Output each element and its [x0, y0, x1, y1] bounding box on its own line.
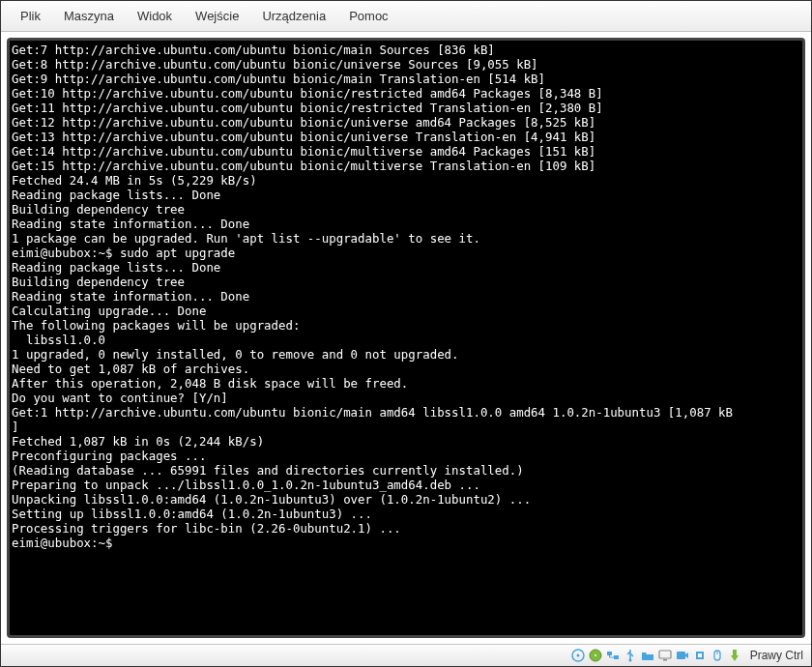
terminal-line: Get:7 http://archive.ubuntu.com/ubuntu b… [12, 43, 800, 57]
menu-file[interactable]: Plik [9, 5, 52, 27]
terminal-line: 1 package can be upgraded. Run 'apt list… [12, 231, 800, 246]
terminal-line: Reading package lists... Done [12, 260, 800, 275]
terminal-line: Get:9 http://archive.ubuntu.com/ubuntu b… [12, 72, 800, 86]
terminal-line: Reading state information... Done [12, 217, 800, 231]
terminal-line: Setting up libssl1.0.0:amd64 (1.0.2n-1ub… [12, 507, 800, 521]
vm-window: Plik Maszyna Widok Wejście Urządzenia Po… [0, 0, 812, 667]
shared-folder-icon[interactable] [640, 648, 655, 663]
svg-rect-11 [698, 653, 702, 657]
keyboard-icon[interactable] [727, 648, 742, 663]
terminal-line: Fetched 1,087 kB in 0s (2,244 kB/s) [12, 434, 800, 449]
terminal-line: 1 upgraded, 0 newly installed, 0 to remo… [12, 347, 800, 362]
terminal-line: Do you want to continue? [Y/n] [12, 391, 800, 405]
terminal-line: Reading package lists... Done [12, 188, 800, 202]
optical-disc-icon[interactable] [570, 648, 586, 663]
menu-input[interactable]: Wejście [184, 5, 250, 27]
terminal-line: libssl1.0.0 [12, 333, 800, 347]
terminal-line: Get:8 http://archive.ubuntu.com/ubuntu b… [12, 57, 800, 72]
hard-disk-icon[interactable] [588, 648, 603, 663]
terminal-line: Get:13 http://archive.ubuntu.com/ubuntu … [12, 130, 800, 144]
terminal-line: Building dependency tree [12, 275, 800, 289]
network-icon[interactable] [605, 648, 621, 663]
terminal-line: Get:1 http://archive.ubuntu.com/ubuntu b… [12, 405, 800, 420]
terminal-line: Fetched 24.4 MB in 5s (5,229 kB/s) [12, 173, 800, 188]
terminal-line: Preparing to unpack .../libssl1.0.0_1.0.… [12, 478, 800, 492]
terminal-line: Get:11 http://archive.ubuntu.com/ubuntu … [12, 101, 800, 115]
terminal-line: Preconfiguring packages ... [12, 449, 800, 463]
terminal-line: Calculating upgrade... Done [12, 304, 800, 318]
usb-icon[interactable] [623, 648, 638, 663]
svg-point-1 [576, 654, 579, 657]
terminal[interactable]: Get:7 http://archive.ubuntu.com/ubuntu b… [7, 38, 805, 638]
terminal-line: Reading state information... Done [12, 289, 800, 304]
host-key-indicator[interactable]: Prawy Ctrl [750, 649, 803, 662]
terminal-line: (Reading database ... 65991 files and di… [12, 463, 800, 478]
menu-machine[interactable]: Maszyna [52, 5, 126, 27]
terminal-line: Processing triggers for libc-bin (2.26-0… [12, 521, 800, 536]
svg-rect-8 [663, 659, 667, 661]
menu-view[interactable]: Widok [126, 5, 184, 27]
terminal-line: eimi@ububox:~$ sudo apt upgrade [12, 246, 800, 260]
cpu-icon[interactable] [692, 648, 708, 663]
recording-icon[interactable] [675, 648, 690, 663]
svg-rect-4 [607, 652, 612, 655]
terminal-line: Unpacking libssl1.0.0:amd64 (1.0.2n-1ubu… [12, 492, 800, 507]
menu-devices[interactable]: Urządzenia [250, 5, 337, 27]
statusbar: Prawy Ctrl [1, 644, 811, 666]
terminal-line: Get:14 http://archive.ubuntu.com/ubuntu … [12, 144, 800, 159]
terminal-line: Get:15 http://archive.ubuntu.com/ubuntu … [12, 159, 800, 173]
mouse-integration-icon[interactable] [710, 648, 725, 663]
terminal-line: eimi@ububox:~$ [12, 536, 800, 550]
terminal-line: After this operation, 2,048 B disk space… [12, 376, 800, 391]
menu-help[interactable]: Pomoc [337, 5, 399, 27]
terminal-line: The following packages will be upgraded: [12, 318, 800, 333]
svg-rect-7 [659, 651, 671, 658]
menubar: Plik Maszyna Widok Wejście Urządzenia Po… [1, 1, 811, 32]
display-icon[interactable] [657, 648, 673, 663]
terminal-line: ] [12, 420, 800, 434]
svg-point-3 [594, 654, 596, 656]
svg-point-6 [628, 659, 631, 662]
terminal-line: Get:10 http://archive.ubuntu.com/ubuntu … [12, 86, 800, 101]
terminal-line: Need to get 1,087 kB of archives. [12, 362, 800, 376]
svg-rect-9 [677, 652, 685, 659]
terminal-line: Building dependency tree [12, 202, 800, 217]
terminal-line: Get:12 http://archive.ubuntu.com/ubuntu … [12, 115, 800, 130]
